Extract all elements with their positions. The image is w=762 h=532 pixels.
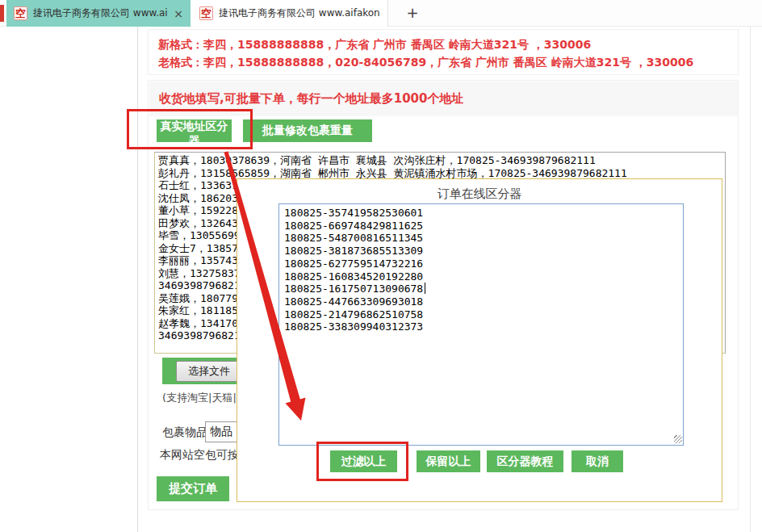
dialog-title: 订单在线区分器	[237, 186, 722, 202]
tab-close-icon[interactable]: ×	[174, 8, 183, 19]
order-separator-dialog: 订单在线区分器 180825-357419582530601 180825-66…	[237, 178, 722, 502]
browser-window: 空 捷讯电子商务有限公司 www.aifakon × 空 捷讯电子商务有限公司 …	[0, 0, 762, 532]
choose-file-button[interactable]: 选择文件	[176, 361, 242, 382]
new-tab-button[interactable]: +	[401, 0, 424, 27]
old-format-example: 老格式：李四，15888888888，020-84056789，广东省 广州市 …	[158, 53, 728, 71]
site-favicon-icon: 空	[199, 6, 213, 20]
order-numbers-textarea[interactable]: 180825-357419582530601 180825-6697484298…	[278, 203, 684, 446]
browser-tab-inactive[interactable]: 空 捷讯电子商务有限公司 www.aifakong	[192, 0, 388, 27]
separator-tutorial-button[interactable]: 区分器教程	[487, 450, 563, 472]
section-header: 收货地填写,可批量下单，每行一个地址最多1000个地址	[149, 82, 738, 116]
site-favicon-icon: 空	[14, 6, 27, 20]
platform-support-note: (支持淘宝|天猫|京	[162, 391, 247, 405]
keep-above-button[interactable]: 保留以上	[417, 450, 480, 472]
text-cursor	[425, 283, 425, 294]
browser-tab-bar: 空 捷讯电子商务有限公司 www.aifakon × 空 捷讯电子商务有限公司 …	[0, 0, 762, 27]
content-column-left-border	[137, 27, 138, 532]
tab-title: 捷讯电子商务有限公司 www.aifakon	[33, 6, 168, 20]
tab-title: 捷讯电子商务有限公司 www.aifakong	[219, 6, 380, 20]
cancel-button[interactable]: 取消	[572, 450, 623, 472]
address-separator-button[interactable]: 真实地址区分器	[157, 119, 232, 142]
submit-order-button[interactable]: 提交订单	[157, 476, 229, 501]
window-edge-icon	[0, 5, 4, 22]
filter-above-button[interactable]: 过滤以上	[330, 450, 397, 472]
new-format-example: 新格式：李四，15888888888，广东省 广州市 番禺区 岭南大道321号 …	[158, 36, 728, 53]
content-column-right-border	[750, 27, 751, 532]
resize-handle-icon[interactable]	[674, 435, 682, 443]
address-format-panel: 新格式：李四，15888888888，广东省 广州市 番禺区 岭南大道321号 …	[148, 29, 739, 75]
browser-tab-active[interactable]: 空 捷讯电子商务有限公司 www.aifakon ×	[6, 0, 190, 27]
batch-weight-button[interactable]: 批量修改包裹重量	[243, 119, 372, 142]
